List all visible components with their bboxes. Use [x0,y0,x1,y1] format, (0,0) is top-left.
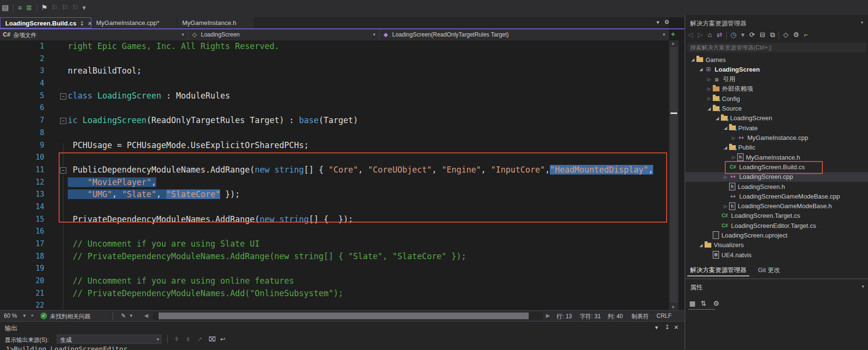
view-code-icon[interactable]: ◇ [783,31,788,38]
tree-item[interactable]: ▷⧈引用 [685,75,868,84]
window-menu-chevron-icon[interactable]: ▾ [862,284,864,289]
expander-expanded-icon[interactable]: ◢ [689,57,696,62]
expander-collapsed-icon[interactable]: ▷ [706,96,713,101]
tree-item[interactable]: ++LoadingScreenGameModeBase.cpp [685,191,868,201]
panel-tab[interactable]: Git 更改 [755,265,783,275]
document-tab[interactable]: MyGameInstance.cpp* [91,17,177,28]
word-wrap-icon[interactable]: ↩ [220,336,225,343]
scroll-left-arrow-icon[interactable]: ◀ [144,312,148,319]
code-line[interactable]: 22 [0,300,669,310]
tree-item[interactable]: C#LoadingScreen.Target.cs [685,211,868,221]
refresh-icon[interactable]: ⟳ [749,31,755,38]
show-all-files-icon[interactable]: ⧉ [770,31,775,39]
expander-collapsed-icon[interactable]: ▷ [730,136,737,140]
expander-expanded-icon[interactable]: ◢ [722,145,729,150]
view-code-icon[interactable]: ▤ [2,3,9,12]
expander-expanded-icon[interactable]: ◢ [714,116,721,121]
sync-active-document-icon[interactable]: ⇄ [717,31,722,38]
scroll-up-arrow-icon[interactable]: ▲ [671,41,675,46]
tree-item[interactable]: ▷外部依赖项 [685,84,868,94]
code-line[interactable]: 21 // PrivateDependencyModuleNames.Add("… [0,288,669,300]
home-icon[interactable]: ⌂ [708,31,712,38]
tree-item[interactable]: ◢⊞LoadingScreen [685,64,868,74]
code-line[interactable]: 16 [0,225,669,238]
zoom-select[interactable]: 60 % [4,312,17,319]
output-source-combobox[interactable]: 生成 ▾ [57,335,161,344]
code-line[interactable]: 6 [0,102,669,114]
tree-item[interactable]: ◢Games [685,55,868,64]
expander-collapsed-icon[interactable]: ▷ [706,87,713,91]
expander-collapsed-icon[interactable]: ▷ [722,204,729,209]
code-line[interactable]: 7−ic LoadingScreen(ReadOnlyTargetRules T… [0,114,669,127]
pin-icon[interactable]: ↧ [665,324,670,331]
property-pages-icon[interactable]: ⚙ [713,300,719,307]
scrollbar-thumb[interactable] [670,47,678,303]
format-document-icon[interactable]: ≡ [18,3,22,12]
chevron-down-icon[interactable]: ▾ [373,32,375,37]
forward-icon[interactable]: ▷ [698,31,703,38]
toolbar-options-chevron[interactable]: ▾ [82,3,86,12]
fold-toggle-icon[interactable]: − [60,93,66,100]
tree-item[interactable]: hLoadingScreen.h [685,182,868,191]
panel-tab[interactable]: 解决方案资源管理器 [687,265,749,276]
expander-collapsed-icon[interactable]: ▷ [722,175,729,179]
status-eol-mode[interactable]: CRLF [657,312,671,319]
tab-list-chevron-icon[interactable]: ▾ [657,19,659,25]
chevron-down-icon[interactable]: ▾ [23,312,26,319]
code-line[interactable]: 2 [0,53,669,65]
tree-item[interactable]: ▷▼Config [685,94,868,103]
chevron-down-icon[interactable]: ▾ [182,32,184,37]
navbar-scope-dropdown[interactable]: C# 杂项文件 ▾ [0,29,188,40]
clear-bookmarks-icon[interactable]: ⚐ [72,3,78,12]
tree-item[interactable]: ◢▼Private [685,123,868,133]
solution-search-input[interactable] [687,43,866,52]
document-tab[interactable]: LoadingScreen.Build.cs↧✕ [0,17,91,28]
tree-item[interactable]: ▷++MyGameInstance.cpp [685,133,868,142]
chevron-down-icon[interactable]: ▾ [663,32,665,37]
expander-expanded-icon[interactable]: ◢ [697,243,705,248]
format-selection-icon[interactable]: ≣ [26,3,32,12]
preview-icon[interactable]: ⌐ [804,31,808,38]
tree-item[interactable]: ▷hLoadingScreenGameModeBase.h [685,201,868,211]
go-to-source-icon[interactable]: ↗ [197,336,202,343]
pending-changes-filter-icon[interactable]: ◷ [731,31,736,38]
back-icon[interactable]: ◁ [688,31,693,38]
code-line[interactable]: 4 [0,77,669,90]
close-icon[interactable]: ✕ [674,324,679,331]
window-menu-chevron-icon[interactable]: ▾ [861,20,863,25]
window-menu-chevron[interactable]: ▾ [655,324,658,331]
fold-toggle-icon[interactable]: − [60,118,66,124]
code-line[interactable]: 3nrealBuildTool; [0,65,669,77]
code-line[interactable]: 9 PCHUsage = PCHUsageMode.UseExplicitOrS… [0,139,669,152]
status-tabs-mode[interactable]: 制表符 [632,312,649,321]
pin-icon[interactable]: ↧ [80,21,84,26]
tree-item[interactable]: ⚙UE4.natvis [685,250,868,260]
code-cleanup-broom-icon[interactable]: ✎ [121,312,126,319]
code-line[interactable]: 1right Epic Games, Inc. All Rights Reser… [0,40,669,53]
navbar-type-dropdown[interactable]: ◇ LoadingScreen ▾ [188,29,380,40]
tree-item[interactable]: LoadingScreen.uproject [685,230,868,240]
document-health-icon[interactable]: ● [31,312,34,318]
properties-icon[interactable]: ⚙ [793,31,799,38]
expander-collapsed-icon[interactable]: ▷ [730,155,737,160]
horizontal-scrollbar[interactable] [153,312,543,320]
health-check-icon[interactable]: ✓ [40,312,47,319]
next-message-icon[interactable]: ⇟ [186,336,191,343]
collapse-all-icon[interactable]: ⊟ [760,31,766,38]
scroll-right-arrow-icon[interactable]: ▶ [546,312,550,319]
editor-vertical-scrollbar[interactable]: ▲ ▼ [669,40,679,310]
expander-expanded-icon[interactable]: ◢ [697,67,705,72]
code-line[interactable]: 8 [0,127,669,139]
code-line[interactable]: 20 // Uncomment if you are using online … [0,275,669,288]
expander-expanded-icon[interactable]: ◢ [706,106,713,111]
previous-bookmark-icon[interactable]: ⚐ [51,3,58,12]
scrollbar-thumb[interactable] [159,312,529,319]
toggle-bookmark-icon[interactable]: ⚑ [41,3,48,12]
split-editor-icon[interactable]: + [671,30,675,38]
code-line[interactable]: 17 // Uncomment if you are using Slate U… [0,238,669,250]
next-bookmark-icon[interactable]: ⚐ [62,3,68,12]
navbar-member-dropdown[interactable]: ◆ LoadingScreen(ReadOnlyTargetRules Targ… [380,29,669,40]
expander-expanded-icon[interactable]: ◢ [722,125,729,130]
code-line[interactable]: 18 // PrivateDependencyModuleNames.AddRa… [0,250,669,263]
tree-item[interactable]: ◢▼LoadingScreen [685,113,868,123]
